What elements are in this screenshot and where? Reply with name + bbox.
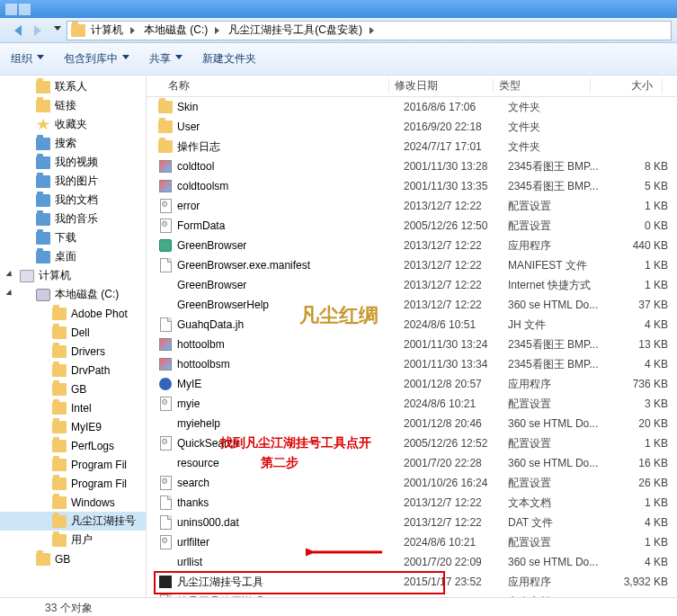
nav-forward-button[interactable] <box>29 21 52 40</box>
folder-icon <box>52 496 67 509</box>
file-row[interactable]: 挂号工具使用说明2024/8/6 10:22文本文档1 KB <box>147 592 677 597</box>
sidebar-item[interactable]: Program Fil <box>0 474 146 493</box>
column-header-date[interactable]: 修改日期 <box>389 78 494 94</box>
column-header-size[interactable]: 大小 <box>591 78 663 94</box>
sidebar-item[interactable]: 本地磁盘 (C:) <box>0 285 146 304</box>
sidebar-item[interactable]: 链接 <box>0 96 146 115</box>
file-type: 文件夹 <box>508 139 605 155</box>
file-row[interactable]: thanks2013/12/7 12:22文本文档1 KB <box>147 493 677 513</box>
file-row[interactable]: search2001/10/26 16:24配置设置26 KB <box>147 473 677 493</box>
sidebar-item[interactable]: Dell <box>0 323 146 342</box>
sidebar-item[interactable]: 收藏夹 <box>0 115 146 134</box>
file-row[interactable]: GreenBrowserHelp2013/12/7 12:22360 se HT… <box>147 295 677 315</box>
file-row[interactable]: GreenBrowser2013/12/7 12:22Internet 快捷方式… <box>147 275 677 295</box>
file-row[interactable]: Skin2016/8/6 17:06文件夹 <box>147 97 677 117</box>
file-row[interactable]: error2013/12/7 12:22配置设置1 KB <box>147 196 677 216</box>
file-row[interactable]: hottoolbsm2001/11/30 13:342345看图王 BMP...… <box>147 354 677 374</box>
file-date: 2024/8/6 10:22 <box>404 595 508 597</box>
share-menu[interactable]: 共享 <box>149 51 183 67</box>
file-type-icon <box>157 139 174 154</box>
folder-icon <box>52 402 67 415</box>
sidebar-item[interactable]: 搜索 <box>0 134 146 153</box>
sidebar-item[interactable]: GB <box>0 379 146 398</box>
file-row[interactable]: myiehelp2001/12/8 20:46360 se HTML Do...… <box>147 414 677 433</box>
file-row[interactable]: GreenBrowser.exe.manifest2013/12/7 12:22… <box>147 255 677 275</box>
file-row[interactable]: coldtool2001/11/30 13:282345看图王 BMP...8 … <box>147 156 677 176</box>
tree-twisty-icon[interactable] <box>5 270 16 281</box>
file-type-icon <box>157 377 174 391</box>
tree-twisty-icon[interactable] <box>5 289 16 299</box>
file-row[interactable]: 凡尘江湖挂号工具2015/1/17 23:52应用程序3,932 KB <box>147 572 677 592</box>
chevron-right-icon[interactable] <box>370 27 378 34</box>
file-row[interactable]: GuahqData.jh2024/8/6 10:51JH 文件4 KB <box>147 315 677 335</box>
sidebar-item-label: 联系人 <box>55 79 87 94</box>
file-type-icon <box>157 416 174 431</box>
file-type-icon <box>157 258 174 272</box>
sidebar-item-label: Drivers <box>71 345 105 358</box>
sidebar-item[interactable]: DrvPath <box>0 361 146 379</box>
file-row[interactable]: myie2024/8/6 10:21配置设置3 KB <box>147 394 677 414</box>
sidebar-item[interactable]: 我的图片 <box>0 172 146 191</box>
navigation-tree[interactable]: 联系人链接收藏夹搜索我的视频我的图片我的文档我的音乐下载桌面计算机本地磁盘 (C… <box>0 76 147 597</box>
file-row[interactable]: 操作日志2024/7/17 17:01文件夹 <box>147 137 677 156</box>
file-row[interactable]: coldtoolsm2001/11/30 13:352345看图王 BMP...… <box>147 176 677 196</box>
sidebar-item[interactable]: Program Fil <box>0 455 146 474</box>
include-in-library-menu[interactable]: 包含到库中 <box>64 51 129 67</box>
folder-icon <box>36 194 50 207</box>
file-row[interactable]: GreenBrowser2013/12/7 12:22应用程序440 KB <box>147 236 677 255</box>
column-headers[interactable]: 名称 修改日期 类型 大小 <box>147 76 677 97</box>
file-date: 2013/12/7 12:22 <box>404 279 508 291</box>
sidebar-item[interactable]: MyIE9 <box>0 417 146 436</box>
sidebar-item[interactable]: 我的视频 <box>0 153 146 172</box>
sidebar-item[interactable]: 联系人 <box>0 77 146 96</box>
chevron-right-icon[interactable] <box>215 27 223 34</box>
breadcrumb-item[interactable]: 凡尘江湖挂号工具(C盘安装) <box>227 22 364 38</box>
nav-history-dropdown[interactable] <box>52 21 63 40</box>
sidebar-item[interactable]: Drivers <box>0 342 146 361</box>
sidebar-item[interactable]: 用户 <box>0 531 146 549</box>
file-date: 2001/11/30 13:34 <box>404 358 508 370</box>
organize-menu[interactable]: 组织 <box>11 51 44 67</box>
sidebar-item[interactable]: PerfLogs <box>0 436 146 455</box>
sidebar-item[interactable]: 凡尘江湖挂号 <box>0 512 146 531</box>
sidebar-item[interactable]: GB <box>0 549 146 568</box>
sidebar-item[interactable]: Adobe Phot <box>0 304 146 323</box>
file-type-icon <box>157 179 174 193</box>
file-row[interactable]: hottoolbm2001/11/30 13:242345看图王 BMP...1… <box>147 335 677 354</box>
breadcrumb-item[interactable]: 计算机 <box>89 22 125 38</box>
file-type-icon <box>157 456 174 470</box>
sidebar-item[interactable]: 计算机 <box>0 266 146 285</box>
address-bar[interactable]: 计算机 本地磁盘 (C:) 凡尘江湖挂号工具(C盘安装) <box>67 21 672 40</box>
sidebar-item-label: Program Fil <box>71 478 127 490</box>
file-type: 文本文档 <box>508 594 605 598</box>
file-row[interactable]: User2016/9/20 22:18文件夹 <box>147 117 677 137</box>
file-row[interactable]: resource2001/7/20 22:28360 se HTML Do...… <box>147 453 677 473</box>
file-type: 2345看图王 BMP... <box>508 159 605 174</box>
column-header-type[interactable]: 类型 <box>494 78 591 94</box>
sidebar-item-label: 凡尘江湖挂号 <box>71 513 136 529</box>
file-row[interactable]: FormData2005/12/26 12:50配置设置0 KB <box>147 216 677 236</box>
sidebar-item[interactable]: Windows <box>0 493 146 512</box>
file-size: 1 KB <box>605 279 677 291</box>
sidebar-item[interactable]: 桌面 <box>0 247 146 266</box>
file-type: 2345看图王 BMP... <box>508 337 605 353</box>
sidebar-item[interactable]: 我的音乐 <box>0 210 146 228</box>
file-row[interactable]: unins000.dat2013/12/7 12:22DAT 文件4 KB <box>147 513 677 532</box>
file-type-icon <box>157 594 174 597</box>
new-folder-button[interactable]: 新建文件夹 <box>202 51 256 67</box>
nav-back-button[interactable] <box>5 21 29 40</box>
column-header-name[interactable]: 名称 <box>163 78 389 94</box>
file-type-icon <box>157 278 174 292</box>
file-row[interactable]: urlfilter2024/8/6 10:21配置设置1 KB <box>147 532 677 552</box>
sidebar-item[interactable]: Intel <box>0 398 146 417</box>
chevron-right-icon[interactable] <box>130 27 138 34</box>
file-date: 2024/7/17 17:01 <box>404 140 508 153</box>
file-size: 16 KB <box>605 457 677 469</box>
file-row[interactable]: MyIE2001/12/8 20:57应用程序736 KB <box>147 374 677 394</box>
sidebar-item[interactable]: 下载 <box>0 228 146 247</box>
file-row[interactable]: QuickSearch2005/12/26 12:52配置设置1 KB <box>147 433 677 453</box>
sidebar-item[interactable]: 我的文档 <box>0 191 146 210</box>
breadcrumb-item[interactable]: 本地磁盘 (C:) <box>142 22 209 38</box>
file-row[interactable]: urllist2001/7/20 22:09360 se HTML Do...4… <box>147 552 677 572</box>
sidebar-item-label: 搜索 <box>55 136 76 151</box>
